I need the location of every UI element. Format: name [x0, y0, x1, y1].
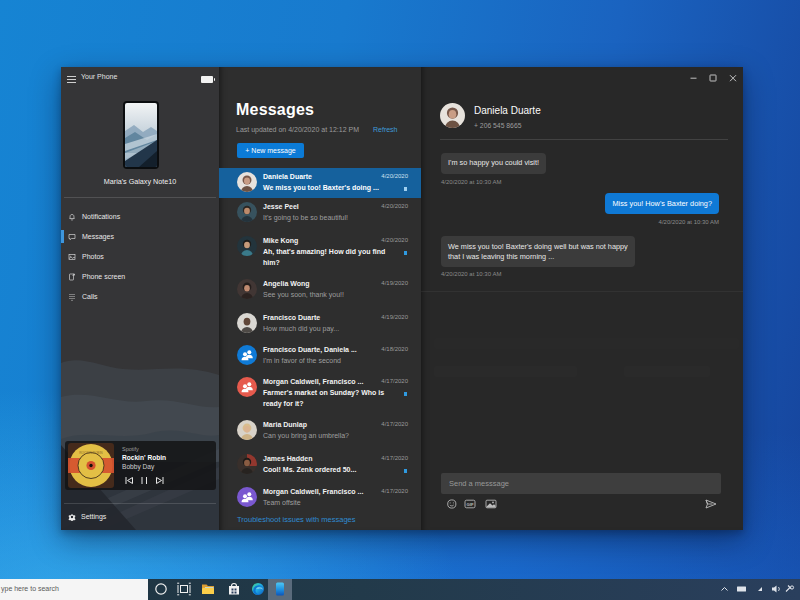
svg-text:ROCKIN ROBIN: ROCKIN ROBIN: [79, 451, 103, 455]
svg-text:GIF: GIF: [467, 502, 474, 507]
